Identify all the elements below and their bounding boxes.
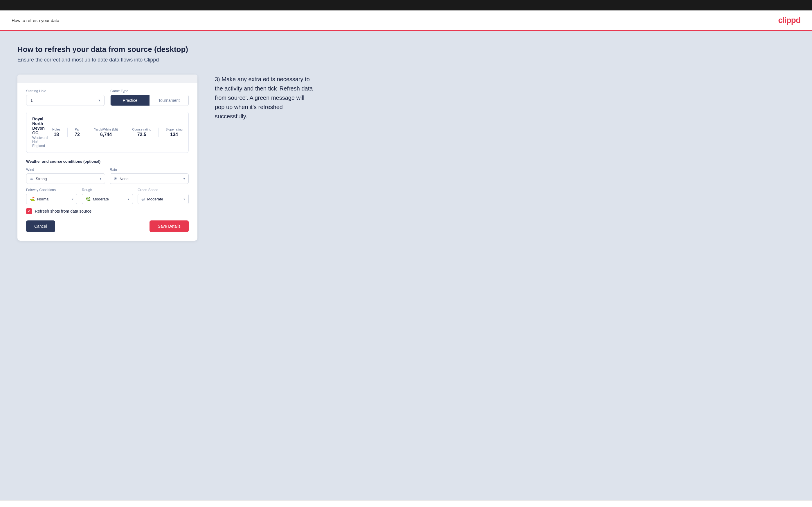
rain-icon: ☀ (113, 176, 117, 181)
game-type-field: Game Type Practice Tournament (110, 89, 189, 106)
course-stats: Holes 18 Par 72 Yards/White (M)) 6,744 (52, 128, 183, 137)
right-panel: 3) Make any extra edits necessary to the… (215, 74, 313, 121)
refresh-checkbox-row: ✓ Refresh shots from data source (26, 208, 189, 214)
copyright-text: Copyright Clippd 2022 (12, 506, 49, 507)
page-subtitle: Ensure the correct and most up to date d… (17, 57, 795, 63)
holes-value: 18 (52, 132, 60, 137)
yards-label: Yards/White (M)) (94, 128, 118, 131)
course-info: Royal North Devon GC, Westward Ho!, Engl… (26, 112, 189, 153)
game-type-toggle: Practice Tournament (110, 95, 189, 106)
holes-stat: Holes 18 (52, 128, 60, 137)
rain-field: Rain ☀ None ▾ (110, 168, 189, 184)
cancel-button[interactable]: Cancel (26, 220, 55, 232)
par-stat: Par 72 (74, 128, 80, 137)
rough-label: Rough (82, 188, 133, 192)
checkmark-icon: ✓ (28, 209, 31, 214)
footer: Copyright Clippd 2022 (0, 500, 812, 507)
save-button[interactable]: Save Details (150, 220, 189, 232)
chevron-down-icon: ▾ (72, 198, 73, 201)
wind-select[interactable]: ≋ Strong ▾ (26, 173, 105, 184)
slope-rating-label: Slope rating (165, 128, 183, 131)
rough-select[interactable]: 🌿 Moderate ▾ (82, 194, 133, 204)
starting-hole-label: Starting Hole (26, 89, 104, 93)
conditions-section-title: Weather and course conditions (optional) (26, 159, 189, 164)
yards-stat: Yards/White (M)) 6,744 (94, 128, 118, 137)
par-value: 72 (74, 132, 80, 137)
course-rating-label: Course rating (132, 128, 151, 131)
chevron-down-icon: ▾ (184, 177, 185, 180)
rain-select[interactable]: ☀ None ▾ (110, 173, 189, 184)
green-speed-icon: ◎ (141, 196, 145, 201)
conditions-row-2: Fairway Conditions ⛳ Normal ▾ Rough 🌿 Mo… (26, 188, 189, 204)
instruction-text: 3) Make any extra edits necessary to the… (215, 74, 313, 121)
chevron-down-icon: ▾ (98, 98, 100, 102)
card-footer: Cancel Save Details (26, 220, 189, 232)
starting-hole-select[interactable]: 1 ▾ (26, 95, 104, 106)
wind-label: Wind (26, 168, 105, 172)
green-speed-field: Green Speed ◎ Moderate ▾ (138, 188, 189, 204)
refresh-checkbox[interactable]: ✓ (26, 208, 32, 214)
rain-value: None (119, 177, 181, 181)
slope-rating-stat: Slope rating 134 (165, 128, 183, 137)
rough-field: Rough 🌿 Moderate ▾ (82, 188, 133, 204)
wind-field: Wind ≋ Strong ▾ (26, 168, 105, 184)
header-title: How to refresh your data (12, 18, 59, 23)
green-speed-label: Green Speed (138, 188, 189, 192)
fairway-label: Fairway Conditions (26, 188, 77, 192)
course-location: Westward Ho!, England (32, 136, 49, 148)
game-type-label: Game Type (110, 89, 189, 93)
page-title: How to refresh your data from source (de… (17, 45, 795, 54)
fairway-icon: ⛳ (30, 196, 35, 201)
course-name: Royal North Devon GC, (32, 117, 49, 135)
slope-rating-value: 134 (165, 132, 183, 137)
par-label: Par (74, 128, 80, 131)
practice-button[interactable]: Practice (111, 95, 150, 106)
tournament-button[interactable]: Tournament (150, 95, 189, 106)
course-name-block: Royal North Devon GC, Westward Ho!, Engl… (32, 117, 49, 148)
chevron-down-icon: ▾ (128, 198, 129, 201)
rough-icon: 🌿 (86, 196, 91, 201)
starting-hole-value: 1 (31, 98, 98, 103)
main-content: How to refresh your data from source (de… (0, 31, 812, 500)
holes-label: Holes (52, 128, 60, 131)
activity-card: Starting Hole 1 ▾ Game Type Practice Tou… (17, 74, 197, 241)
conditions-row-1: Wind ≋ Strong ▾ Rain ☀ None ▾ (26, 168, 189, 184)
course-rating-value: 72.5 (132, 132, 151, 137)
header: How to refresh your data clippd (0, 10, 812, 31)
green-speed-value: Moderate (147, 197, 181, 201)
wind-value: Strong (36, 177, 98, 181)
course-rating-stat: Course rating 72.5 (132, 128, 151, 137)
fairway-value: Normal (37, 197, 70, 201)
fairway-select[interactable]: ⛳ Normal ▾ (26, 194, 77, 204)
refresh-label: Refresh shots from data source (35, 209, 92, 214)
wind-icon: ≋ (30, 176, 33, 181)
rough-value: Moderate (93, 197, 125, 201)
chevron-down-icon: ▾ (184, 198, 185, 201)
green-speed-select[interactable]: ◎ Moderate ▾ (138, 194, 189, 204)
rain-label: Rain (110, 168, 189, 172)
chevron-down-icon: ▾ (100, 177, 101, 180)
fairway-field: Fairway Conditions ⛳ Normal ▾ (26, 188, 77, 204)
card-top-strip (17, 74, 197, 83)
yards-value: 6,744 (94, 132, 118, 137)
logo: clippd (778, 16, 800, 25)
top-bar (0, 0, 812, 10)
starting-hole-field: Starting Hole 1 ▾ (26, 89, 104, 106)
